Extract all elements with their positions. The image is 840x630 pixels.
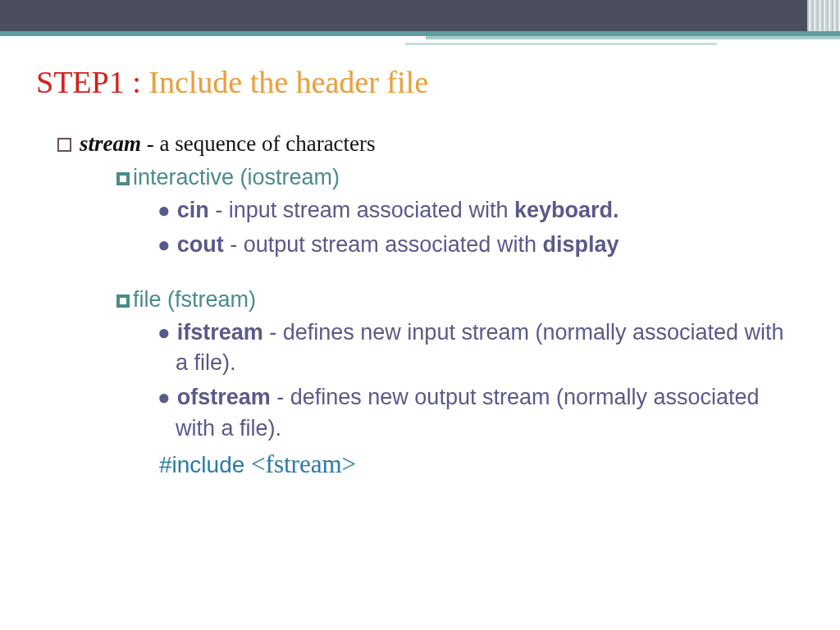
- bullet-level-2: file (fstream): [116, 287, 804, 313]
- bullet-level-3: ●cin - input stream associated with keyb…: [158, 195, 789, 226]
- bullet-level-2: interactive (iostream): [116, 165, 804, 190]
- dot-bullet-icon: ●: [158, 198, 177, 222]
- dot-bullet-icon: ●: [158, 232, 177, 257]
- dot-bullet-icon: ●: [158, 320, 177, 345]
- header-bar: [0, 0, 840, 31]
- dot-bullet-icon: ●: [158, 385, 177, 409]
- bullet-level-3: ●cout - output stream associated with di…: [158, 230, 789, 261]
- slide-content: STEP1 : Include the header file stream -…: [0, 41, 840, 479]
- box-bullet-icon: [57, 138, 71, 152]
- slide-title: STEP1 : Include the header file: [36, 64, 804, 100]
- bullet-level-3: ●ifstream - defines new input stream (no…: [158, 317, 789, 380]
- include-directive: #include <fstream>: [159, 450, 804, 479]
- bullet-level-1: stream - a sequence of characters: [57, 131, 804, 157]
- title-rest: Include the header file: [148, 65, 428, 99]
- title-prefix: STEP1 :: [36, 65, 148, 99]
- section-label: file (fstream): [133, 287, 256, 312]
- section-label: interactive (iostream): [133, 165, 340, 189]
- square-bullet-icon: [116, 294, 130, 308]
- l1-text: stream - a sequence of characters: [80, 131, 376, 156]
- bullet-level-3: ●ofstream - defines new output stream (n…: [158, 382, 789, 445]
- square-bullet-icon: [116, 172, 130, 185]
- header-underline: [0, 31, 840, 41]
